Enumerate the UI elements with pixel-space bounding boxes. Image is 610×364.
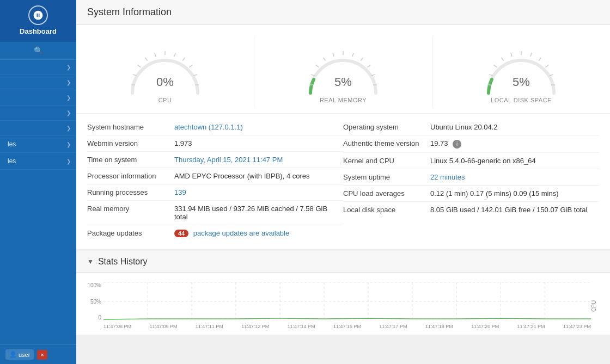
svg-line-8 — [189, 65, 192, 67]
svg-line-9 — [193, 75, 197, 76]
load-value: 0.12 (1 min) 0.17 (5 mins) 0.09 (15 mins… — [430, 189, 559, 198]
info-icon[interactable]: i — [453, 140, 461, 149]
main-content: System Information — [76, 0, 610, 364]
load-label: CPU load averages — [343, 189, 430, 198]
disk-label: Local disk space — [343, 206, 430, 214]
time-value[interactable]: Thursday, April 15, 2021 11:47 PM — [174, 156, 283, 164]
info-table: System hostname atechtown (127.0.1.1) We… — [76, 114, 610, 249]
svg-line-19 — [361, 58, 363, 61]
logout-button[interactable]: × — [37, 350, 47, 360]
x-label-4: 11:47:14 PM — [288, 324, 315, 329]
hostname-value[interactable]: atechtown (127.0.1.1) — [174, 123, 243, 131]
x-label-1: 11:47:09 PM — [149, 324, 177, 329]
svg-line-18 — [352, 53, 353, 57]
x-label-3: 11:47:12 PM — [241, 324, 269, 329]
info-row-disk: Local disk space 8.05 GiB used / 142.01 … — [343, 202, 599, 218]
svg-line-2 — [138, 65, 141, 67]
uptime-value[interactable]: 22 minutes — [430, 173, 465, 181]
svg-line-13 — [311, 75, 315, 76]
webmin-label: Webmin version — [87, 139, 174, 147]
system-info-header: System Information — [76, 0, 610, 25]
processor-value: AMD EPYC Processor (with IBPB), 4 cores — [174, 172, 310, 180]
y-axis-100: 100% — [87, 282, 101, 288]
processes-label: Running processes — [87, 188, 174, 196]
os-value: Ubuntu Linux 20.04.2 — [430, 123, 498, 131]
info-row-hostname: System hostname atechtown (127.0.1.1) — [87, 119, 343, 135]
memory-gauge-label: REAL MEMORY — [320, 97, 367, 103]
time-label: Time on system — [87, 156, 174, 164]
y-axis-0: 0 — [87, 314, 101, 320]
package-count-badge: 44 — [174, 230, 188, 237]
package-updates-text[interactable]: package updates are available — [191, 229, 289, 237]
svg-line-6 — [174, 53, 175, 57]
svg-line-15 — [324, 58, 326, 61]
chevron-right-icon: ❯ — [66, 158, 71, 164]
memory-gauge: 5% REAL MEMORY — [254, 36, 432, 108]
info-row-load: CPU load averages 0.12 (1 min) 0.17 (5 m… — [343, 186, 599, 202]
sidebar-dashboard-label: Dashboard — [20, 27, 57, 35]
kernel-label: Kernel and CPU — [343, 157, 430, 165]
svg-text:5%: 5% — [334, 75, 352, 89]
hostname-label: System hostname — [87, 123, 174, 131]
x-label-6: 11:47:17 PM — [379, 324, 407, 329]
chevron-right-icon: ❯ — [66, 125, 71, 131]
svg-line-30 — [530, 53, 532, 57]
system-info-section: System Information — [76, 0, 610, 249]
webmin-value: 1.973 — [174, 139, 192, 147]
y-axis-50: 50% — [87, 299, 101, 305]
user-label: user — [19, 351, 30, 358]
svg-line-32 — [545, 65, 548, 67]
sidebar-item-nav3[interactable]: ❯ — [0, 90, 76, 106]
sidebar-item-nav2[interactable]: ❯ — [0, 75, 76, 90]
sidebar-item-nav7[interactable]: les ❯ — [0, 153, 76, 170]
info-col-right: Operating system Ubuntu Linux 20.04.2 Au… — [343, 119, 599, 241]
info-row-os: Operating system Ubuntu Linux 20.04.2 — [343, 119, 599, 135]
theme-value: 19.73 i — [430, 139, 461, 149]
sidebar-item-nav6[interactable]: les ❯ — [0, 136, 76, 153]
svg-line-14 — [316, 65, 319, 67]
x-label-10: 11:47:23 PM — [563, 324, 591, 329]
packages-label: Package updates — [87, 229, 174, 237]
sidebar-item-nav5[interactable]: ❯ — [0, 121, 76, 136]
chevron-right-icon: ❯ — [66, 95, 71, 101]
svg-line-21 — [371, 75, 375, 76]
info-row-packages: Package updates 44 package updates are a… — [87, 225, 343, 241]
dashboard-icon — [28, 5, 48, 25]
sidebar-item-label: les — [8, 140, 16, 148]
svg-line-28 — [511, 53, 512, 57]
info-row-processes: Running processes 139 — [87, 184, 343, 201]
x-label-9: 11:47:21 PM — [517, 324, 545, 329]
memory-label: Real memory — [87, 205, 174, 213]
processes-value[interactable]: 139 — [174, 188, 186, 196]
svg-line-26 — [494, 65, 497, 67]
chevron-right-icon: ❯ — [66, 79, 71, 85]
svg-line-1 — [133, 75, 137, 76]
info-row-processor: Processor information AMD EPYC Processor… — [87, 168, 343, 184]
info-row-time: Time on system Thursday, April 15, 2021 … — [87, 152, 343, 168]
sidebar-header: Dashboard — [0, 0, 76, 42]
x-label-2: 11:47:11 PM — [196, 324, 223, 329]
user-button[interactable]: 👤 user — [5, 349, 34, 360]
sidebar-item-label: les — [8, 157, 16, 165]
cpu-chart-svg — [103, 282, 591, 320]
stats-history-title: Stats History — [98, 257, 148, 267]
sidebar-item-nav1[interactable]: ❯ — [0, 60, 76, 75]
chart-area: 100% 50% 0 — [76, 273, 610, 329]
cpu-gauge-label: CPU — [158, 97, 172, 103]
packages-value: 44 package updates are available — [174, 229, 289, 237]
info-row-memory: Real memory 331.94 MiB used / 937.26 MiB… — [87, 201, 343, 225]
svg-line-25 — [489, 75, 493, 76]
stats-history-section: ▼ Stats History 100% 50% 0 — [76, 251, 610, 335]
y-axis-label: CPU — [591, 282, 599, 329]
svg-line-7 — [182, 58, 185, 61]
kernel-value: Linux 5.4.0-66-generic on x86_64 — [430, 157, 536, 165]
disk-gauge: 5% LOCAL DISK SPACE — [432, 36, 610, 108]
sidebar-search-bar[interactable]: 🔍 — [0, 42, 76, 60]
uptime-label: System uptime — [343, 173, 430, 181]
sidebar-item-nav4[interactable]: ❯ — [0, 106, 76, 121]
info-row-uptime: System uptime 22 minutes — [343, 169, 599, 186]
chevron-right-icon: ❯ — [66, 110, 71, 116]
stats-history-header[interactable]: ▼ Stats History — [76, 251, 610, 273]
info-row-theme: Authentic theme version 19.73 i — [343, 135, 599, 153]
system-info-title: System Information — [87, 7, 172, 17]
